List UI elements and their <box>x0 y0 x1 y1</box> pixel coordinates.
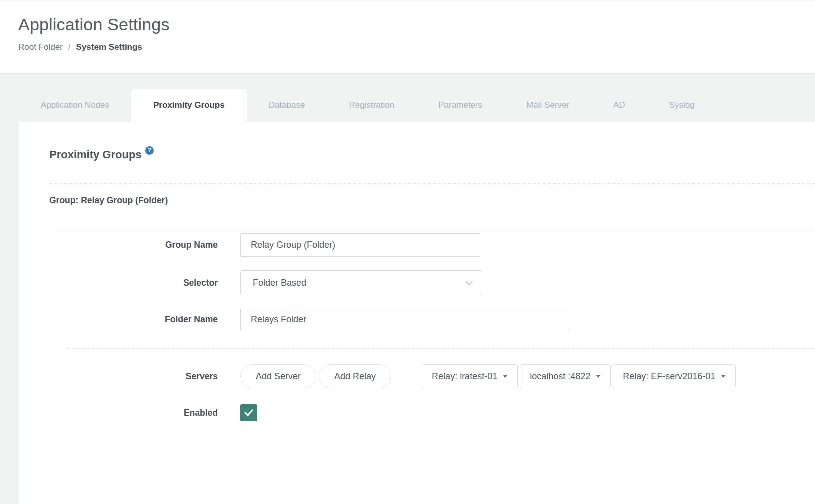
folder-name-label: Folder Name <box>20 314 218 325</box>
servers-row: Servers Add Server Add Relay Relay: irat… <box>20 364 815 388</box>
caret-down-icon <box>721 375 726 378</box>
selector-row: Selector Folder Based <box>20 270 815 296</box>
breadcrumb-root[interactable]: Root Folder <box>18 42 63 52</box>
section-title-text: Proximity Groups <box>50 148 142 161</box>
servers-label: Servers <box>20 372 218 382</box>
panel-top-divider <box>38 122 815 122</box>
tab-registration[interactable]: Registration <box>327 89 416 122</box>
tab-database[interactable]: Database <box>247 89 328 122</box>
add-server-button[interactable]: Add Server <box>240 364 316 388</box>
tabs: Application NodesProximity GroupsDatabas… <box>19 74 815 122</box>
tab-mail-server[interactable]: Mail Server <box>504 89 592 122</box>
folder-name-input[interactable] <box>240 308 570 332</box>
section-title: Proximity Groups? <box>50 148 815 162</box>
group-name-label: Group Name <box>20 240 218 250</box>
tab-parameters[interactable]: Parameters <box>416 89 504 122</box>
caret-down-icon <box>596 375 601 378</box>
selector-select[interactable]: Folder Based <box>240 270 482 296</box>
dashed-divider-2 <box>67 348 815 349</box>
server-dropdown-label: Relay: EF-serv2016-01 <box>623 372 716 382</box>
group-heading: Group: Relay Group (Folder) <box>50 196 815 206</box>
folder-name-row: Folder Name <box>20 308 815 332</box>
tab-syslog[interactable]: Syslog <box>648 89 717 122</box>
server-dropdown-label: localhost :4822 <box>530 372 590 382</box>
breadcrumb-current: System Settings <box>76 42 142 52</box>
page-header: Application Settings Root Folder / Syste… <box>0 0 815 74</box>
add-relay-button[interactable]: Add Relay <box>319 364 392 388</box>
breadcrumb-separator: / <box>68 42 71 52</box>
page-title: Application Settings <box>18 15 815 34</box>
server-dropdown[interactable]: Relay: iratest-01 <box>422 364 518 388</box>
chevron-down-icon <box>466 281 473 286</box>
content-panel: Proximity Groups? Group: Relay Group (Fo… <box>19 122 815 504</box>
breadcrumb: Root Folder / System Settings <box>18 42 815 52</box>
server-dropdown[interactable]: localhost :4822 <box>520 364 611 388</box>
server-dropdown-label: Relay: iratest-01 <box>432 372 498 382</box>
enabled-label: Enabled <box>20 408 218 418</box>
selector-label: Selector <box>20 278 218 288</box>
selector-selected-value: Folder Based <box>253 278 306 288</box>
enabled-checkbox[interactable] <box>240 404 258 422</box>
group-name-row: Group Name <box>20 234 815 257</box>
solid-divider <box>50 228 815 228</box>
check-icon <box>244 410 254 416</box>
enabled-row: Enabled <box>20 404 815 422</box>
help-icon[interactable]: ? <box>146 146 154 155</box>
caret-down-icon <box>503 375 508 378</box>
dashed-divider <box>50 184 815 184</box>
group-name-input[interactable] <box>240 234 482 257</box>
server-dropdown[interactable]: Relay: EF-serv2016-01 <box>613 364 736 388</box>
tab-proximity-groups[interactable]: Proximity Groups <box>132 89 247 122</box>
tab-ad[interactable]: AD <box>592 89 648 122</box>
server-dropdowns: Relay: iratest-01localhost :4822Relay: E… <box>422 364 738 388</box>
tab-application-nodes[interactable]: Application Nodes <box>19 89 132 122</box>
main-area: Application NodesProximity GroupsDatabas… <box>0 74 815 504</box>
